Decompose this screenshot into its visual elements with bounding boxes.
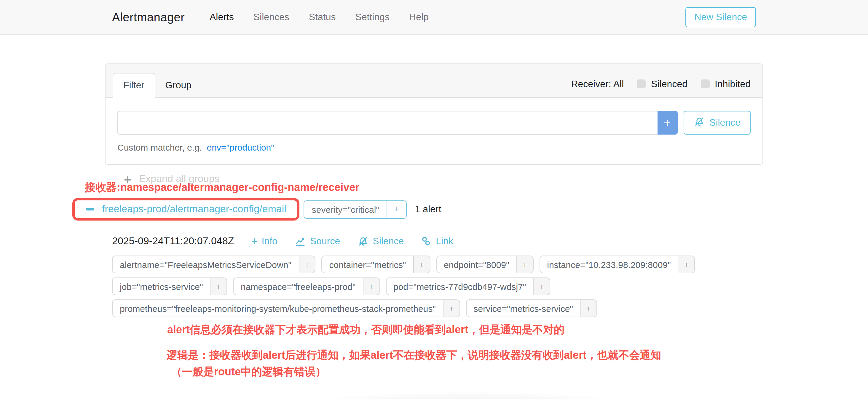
label-namespace: namespace="freeleaps-prod" +	[233, 277, 380, 295]
annotation-red-box: freeleaps-prod/alertmanager-config/email	[72, 198, 300, 220]
bottom-shadow	[208, 377, 729, 399]
annotation-receiver-note: 接收器:namespace/altermanager-config-name/r…	[85, 180, 359, 194]
nav-item-status[interactable]: Status	[309, 12, 336, 23]
label-service: service="metrics-service" +	[466, 299, 597, 317]
bell-slash-icon	[357, 236, 369, 247]
annotation-logic-line1: 逻辑是：接收器收到alert后进行通知，如果alert不在接收器下，说明接收器没…	[166, 347, 763, 363]
matcher-row: + Silence	[117, 111, 751, 134]
severity-matcher-label[interactable]: severity="critical"	[304, 201, 387, 218]
label-alertname: alertname="FreeleapsMetricsServiceDown" …	[112, 255, 316, 273]
tab-group[interactable]: Group	[155, 73, 202, 97]
nav-item-help[interactable]: Help	[409, 12, 429, 23]
label-text[interactable]: alertname="FreeleapsMetricsServiceDown"	[112, 255, 299, 273]
label-text[interactable]: service="metrics-service"	[466, 299, 581, 317]
alert-meta-row: 2025-09-24T11:20:07.048Z + Info Source	[112, 235, 763, 247]
alert-groups: + Expand all groups 接收器:namespace/alterm…	[105, 173, 763, 380]
brand-alertmanager[interactable]: Alertmanager	[112, 10, 185, 24]
severity-add-button[interactable]: +	[387, 201, 406, 218]
matcher-hint-text: Custom matcher, e.g.	[117, 142, 202, 152]
label-add-filter-button[interactable]: +	[517, 255, 534, 273]
filter-card: Filter Group Receiver: All Silenced Inhi…	[105, 63, 763, 165]
label-add-filter-button[interactable]: +	[211, 277, 227, 295]
bell-slash-icon	[693, 116, 705, 129]
alert-silence-action[interactable]: Silence	[357, 236, 404, 247]
label-text[interactable]: prometheus="freeleaps-monitoring-system/…	[112, 299, 443, 317]
tab-filter[interactable]: Filter	[113, 73, 155, 98]
silence-filter-label: Silence	[709, 117, 741, 128]
navbar-inner: Alertmanager Alerts Silences Status Sett…	[105, 0, 763, 34]
label-text[interactable]: endpoint="8009"	[436, 255, 517, 273]
annotation-logic-note: 逻辑是：接收器收到alert后进行通知，如果alert不在接收器下，说明接收器没…	[112, 347, 763, 380]
chart-line-icon	[295, 236, 306, 247]
label-add-filter-button[interactable]: +	[443, 299, 460, 317]
add-matcher-button[interactable]: +	[657, 111, 677, 134]
nav-item-silences[interactable]: Silences	[253, 12, 289, 23]
filter-options: Receiver: All Silenced Inhibited	[571, 79, 751, 97]
matcher-input[interactable]	[117, 111, 657, 134]
label-text[interactable]: pod="metrics-77d9cdb497-wdsj7"	[386, 277, 534, 295]
alert-info-action[interactable]: + Info	[251, 236, 277, 247]
label-text[interactable]: instance="10.233.98.209:8009"	[539, 255, 679, 273]
main-container: Filter Group Receiver: All Silenced Inhi…	[105, 63, 763, 380]
label-add-filter-button[interactable]: +	[534, 277, 550, 295]
inhibited-toggle[interactable]: Inhibited	[701, 79, 751, 89]
label-add-filter-button[interactable]: +	[413, 255, 430, 273]
nav-item-alerts[interactable]: Alerts	[210, 12, 234, 23]
plus-icon: +	[251, 236, 257, 247]
inhibited-checkbox[interactable]	[701, 80, 709, 88]
silenced-checkbox[interactable]	[637, 80, 646, 88]
alert-count: 1 alert	[415, 204, 441, 215]
label-row: prometheus="freeleaps-monitoring-system/…	[112, 299, 763, 317]
silenced-toggle[interactable]: Silenced	[637, 79, 687, 89]
label-add-filter-button[interactable]: +	[581, 299, 597, 317]
label-prometheus: prometheus="freeleaps-monitoring-system/…	[112, 299, 460, 317]
label-add-filter-button[interactable]: +	[363, 277, 380, 295]
matcher-hint: Custom matcher, e.g. env="production"	[117, 142, 751, 152]
receiver-group-header: freeleaps-prod/alertmanager-config/email…	[112, 198, 763, 220]
alert-timestamp: 2025-09-24T11:20:07.048Z	[112, 235, 234, 247]
label-text[interactable]: namespace="freeleaps-prod"	[233, 277, 363, 295]
label-text[interactable]: container="metrics"	[322, 255, 414, 273]
inhibited-label: Inhibited	[715, 79, 751, 89]
collapse-minus-icon[interactable]	[86, 208, 94, 211]
label-row: job="metrics-service" + namespace="freel…	[112, 277, 763, 295]
silence-label: Silence	[373, 236, 404, 247]
alert-source-action[interactable]: Source	[295, 236, 340, 247]
label-add-filter-button[interactable]: +	[679, 255, 695, 273]
new-silence-button[interactable]: New Silence	[685, 7, 756, 27]
filter-card-header: Filter Group Receiver: All Silenced Inhi…	[105, 64, 763, 98]
info-label: Info	[262, 236, 277, 247]
label-row: alertname="FreeleapsMetricsServiceDown" …	[112, 255, 763, 273]
top-navbar: Alertmanager Alerts Silences Status Sett…	[0, 0, 868, 35]
annotation-alert-note: alert信息必须在接收器下才表示配置成功，否则即使能看到alert，但是通知是…	[112, 323, 763, 337]
link-chain-icon	[421, 236, 432, 247]
matcher-hint-example-link[interactable]: env="production"	[207, 142, 274, 152]
filter-card-body: + Silence Custom matcher, e.g.	[105, 98, 763, 164]
page: Alertmanager Alerts Silences Status Sett…	[0, 0, 868, 399]
label-add-filter-button[interactable]: +	[299, 255, 316, 273]
label-instance: instance="10.233.98.209:8009" +	[539, 255, 695, 273]
link-label: Link	[436, 236, 453, 247]
label-endpoint: endpoint="8009" +	[436, 255, 533, 273]
label-job: job="metrics-service" +	[112, 277, 227, 295]
receiver-group-link[interactable]: freeleaps-prod/alertmanager-config/email	[102, 203, 286, 215]
nav-links: Alerts Silences Status Settings Help	[210, 12, 429, 23]
alert-labels: alertname="FreeleapsMetricsServiceDown" …	[112, 255, 763, 317]
source-label: Source	[310, 236, 340, 247]
silenced-label: Silenced	[651, 79, 687, 89]
label-container: container="metrics" +	[322, 255, 430, 273]
label-pod: pod="metrics-77d9cdb497-wdsj7" +	[386, 277, 550, 295]
label-text[interactable]: job="metrics-service"	[112, 277, 211, 295]
receiver-selector[interactable]: Receiver: All	[571, 79, 624, 89]
nav-item-settings[interactable]: Settings	[355, 12, 390, 23]
alert-link-action[interactable]: Link	[421, 236, 453, 247]
severity-matcher-chip: severity="critical" +	[304, 200, 407, 218]
silence-filter-button[interactable]: Silence	[683, 111, 751, 134]
